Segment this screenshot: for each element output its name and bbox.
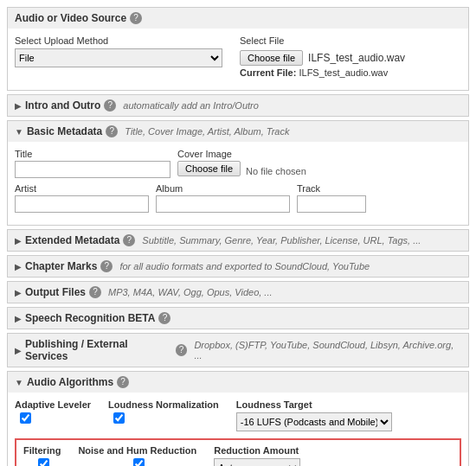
filtering-col: Filtering: [23, 445, 61, 466]
current-file-value: ILFS_test_audio.wav: [299, 67, 388, 78]
audio-algorithms-section: ▼ Audio Algorithms ? Adaptive Leveler Lo…: [7, 371, 469, 466]
extended-metadata-title: Extended Metadata: [25, 234, 119, 246]
basic-metadata-section: ▼ Basic Metadata ? Title, Cover Image, A…: [7, 120, 469, 226]
basic-metadata-header[interactable]: ▼ Basic Metadata ? Title, Cover Image, A…: [8, 121, 468, 142]
artist-label: Artist: [15, 183, 149, 194]
speech-recognition-arrow: ▶: [15, 314, 22, 323]
filename-display: ILFS_test_audio.wav: [308, 52, 405, 64]
adaptive-leveler-label: Adaptive Leveler: [15, 399, 91, 410]
artist-album-track-row: Artist Album Track: [15, 183, 461, 213]
loudness-target-label: Loudness Target: [236, 399, 312, 410]
algo-top-row: Adaptive Leveler Loudness Normalization …: [15, 399, 461, 431]
output-files-header[interactable]: ▶ Output Files ? MP3, M4A, WAV, Ogg, Opu…: [8, 282, 468, 303]
chapter-marks-subtitle: for all audio formats and exported to So…: [119, 261, 370, 271]
adaptive-leveler-checkbox[interactable]: [20, 412, 31, 424]
album-field: Album: [156, 183, 290, 213]
select-file-label: Select File: [240, 35, 405, 46]
publishing-subtitle: Dropbox, (S)FTP, YouTube, SoundCloud, Li…: [194, 340, 461, 361]
choose-file-button[interactable]: Choose file: [240, 50, 303, 66]
cover-image-label: Cover Image: [177, 149, 306, 159]
intro-outro-section: ▶ Intro and Outro ? automatically add an…: [7, 94, 469, 117]
extended-metadata-header[interactable]: ▶ Extended Metadata ? Subtitle, Summary,…: [8, 230, 468, 251]
output-files-help[interactable]: ?: [89, 286, 101, 298]
filtering-checkbox[interactable]: [27, 458, 61, 466]
select-file-col: Select File Choose file ILFS_test_audio.…: [240, 35, 405, 78]
title-input[interactable]: [15, 161, 170, 178]
loudness-target-col: Loudness Target -16 LUFS (Podcasts and M…: [236, 399, 392, 431]
audio-algorithms-header[interactable]: ▼ Audio Algorithms ?: [8, 372, 468, 393]
upload-method-select[interactable]: File URL FTP: [15, 48, 222, 67]
intro-outro-subtitle: automatically add an Intro/Outro: [123, 100, 259, 111]
basic-metadata-help[interactable]: ?: [106, 125, 118, 137]
chapter-marks-arrow: ▶: [15, 262, 22, 271]
reduction-amount-select[interactable]: Auto Low Medium High: [214, 458, 300, 466]
title-cover-row: Title Cover Image Choose file No file ch…: [15, 149, 461, 178]
output-files-title: Output Files: [25, 286, 86, 298]
audio-video-source-section: Audio or Video Source ? Select Upload Me…: [7, 7, 469, 91]
cover-image-field: Cover Image Choose file No file chosen: [177, 149, 306, 178]
extended-metadata-subtitle: Subtitle, Summary, Genre, Year, Publishe…: [142, 235, 421, 246]
main-container: Audio or Video Source ? Select Upload Me…: [0, 0, 476, 466]
album-input[interactable]: [156, 195, 290, 213]
speech-recognition-help[interactable]: ?: [158, 312, 170, 324]
output-files-subtitle: MP3, M4A, WAV, Ogg, Opus, Video, ...: [108, 287, 273, 297]
noise-hum-label: Noise and Hum Reduction: [78, 445, 196, 456]
audio-video-source-title: Audio or Video Source: [15, 12, 126, 24]
intro-outro-title: Intro and Outro: [25, 99, 100, 112]
basic-metadata-arrow: ▼: [15, 127, 23, 137]
publishing-arrow: ▶: [15, 346, 22, 355]
intro-outro-header[interactable]: ▶ Intro and Outro ? automatically add an…: [8, 95, 468, 116]
output-files-section: ▶ Output Files ? MP3, M4A, WAV, Ogg, Opu…: [7, 281, 469, 303]
basic-metadata-title: Basic Metadata: [27, 125, 102, 137]
audio-algorithms-arrow: ▼: [15, 378, 23, 387]
publishing-help[interactable]: ?: [176, 344, 188, 356]
loudness-target-select[interactable]: -16 LUFS (Podcasts and Mobile) -14 LUFS …: [236, 412, 392, 431]
reduction-amount-label: Reduction Amount: [214, 445, 300, 456]
publishing-title: Publishing / External Services: [25, 338, 172, 362]
artist-input[interactable]: [15, 195, 149, 213]
audio-algorithms-help[interactable]: ?: [117, 376, 129, 388]
artist-field: Artist: [15, 183, 149, 213]
upload-method-label: Select Upload Method: [15, 35, 222, 46]
no-file-text: No file chosen: [246, 166, 306, 176]
upload-row: Select Upload Method File URL FTP Select…: [15, 35, 461, 78]
adaptive-leveler-col: Adaptive Leveler: [15, 399, 91, 424]
extended-metadata-section: ▶ Extended Metadata ? Subtitle, Summary,…: [7, 229, 469, 252]
basic-metadata-subtitle: Title, Cover Image, Artist, Album, Track: [125, 126, 289, 137]
output-files-arrow: ▶: [15, 288, 22, 297]
track-field: Track: [297, 183, 366, 213]
filtering-label: Filtering: [23, 445, 61, 456]
cover-image-row: Choose file No file chosen: [177, 161, 306, 176]
track-label: Track: [297, 183, 366, 194]
publishing-section: ▶ Publishing / External Services ? Dropb…: [7, 333, 469, 367]
speech-recognition-header[interactable]: ▶ Speech Recognition BETA ?: [8, 308, 468, 329]
basic-metadata-content: Title Cover Image Choose file No file ch…: [8, 142, 468, 225]
extended-metadata-arrow: ▶: [15, 236, 22, 246]
extended-metadata-help[interactable]: ?: [123, 234, 135, 246]
upload-method-col: Select Upload Method File URL FTP: [15, 35, 222, 78]
audio-video-source-help[interactable]: ?: [130, 12, 142, 24]
publishing-header[interactable]: ▶ Publishing / External Services ? Dropb…: [8, 334, 468, 367]
chapter-marks-header[interactable]: ▶ Chapter Marks ? for all audio formats …: [8, 256, 468, 277]
track-input[interactable]: [297, 195, 366, 213]
chapter-marks-title: Chapter Marks: [25, 260, 97, 272]
current-file-row: Current File: ILFS_test_audio.wav: [240, 67, 405, 78]
speech-recognition-title: Speech Recognition BETA: [25, 312, 155, 324]
reduction-amount-col: Reduction Amount Auto Low Medium High: [214, 445, 300, 466]
loudness-norm-col: Loudness Normalization: [108, 399, 219, 424]
chapter-marks-section: ▶ Chapter Marks ? for all audio formats …: [7, 255, 469, 278]
current-file-label: Current File:: [240, 67, 296, 78]
title-label: Title: [15, 149, 170, 159]
album-label: Album: [156, 183, 290, 194]
audio-algorithms-title: Audio Algorithms: [27, 376, 113, 388]
cover-choose-file-button[interactable]: Choose file: [177, 161, 241, 176]
filtering-box: Filtering Noise and Hum Reduction Reduct…: [15, 438, 461, 466]
loudness-norm-checkbox[interactable]: [113, 412, 125, 424]
noise-hum-col: Noise and Hum Reduction: [78, 445, 196, 466]
loudness-norm-label: Loudness Normalization: [108, 399, 219, 410]
choose-file-row: Choose file ILFS_test_audio.wav: [240, 50, 405, 66]
chapter-marks-help[interactable]: ?: [100, 260, 113, 272]
noise-hum-checkbox[interactable]: [81, 458, 196, 466]
intro-outro-help[interactable]: ?: [104, 99, 116, 112]
speech-recognition-section: ▶ Speech Recognition BETA ?: [7, 307, 469, 329]
